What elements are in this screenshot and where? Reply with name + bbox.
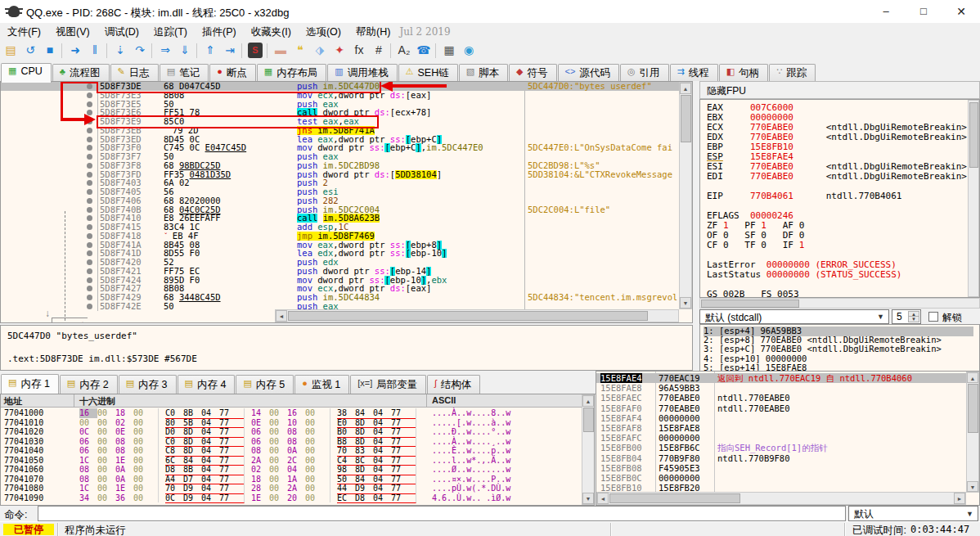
tab-SEH链[interactable]: ⚠SEH链 <box>398 64 458 83</box>
stack-hscrollbar[interactable]: ◄ ► <box>596 492 966 505</box>
stack-row[interactable]: 15E8FAEC770EABE0ntdll.770EABE0 <box>596 393 968 403</box>
breakpoint-dot[interactable] <box>87 224 92 230</box>
open-file-icon[interactable]: ▤ <box>2 42 20 60</box>
registers-vscrollbar[interactable] <box>968 100 979 297</box>
register-line[interactable]: EDI 770EABE0 <ntdll.DbgUiRemoteBreakin> <box>707 172 967 182</box>
breakpoint-dot[interactable] <box>87 83 92 89</box>
restart-icon[interactable]: ↺ <box>21 42 39 60</box>
breakpoint-dot[interactable] <box>87 259 92 265</box>
hex-dump-pane[interactable]: 地址 十六进制 ASCII 7704100016001800C08B047714… <box>0 394 595 506</box>
disasm-vscrollbar[interactable]: ▲ ▼ <box>679 82 692 309</box>
comment-icon[interactable]: ❝ <box>291 42 309 60</box>
tab-断点[interactable]: ●断点 <box>209 64 256 83</box>
menu-item-6[interactable]: 选项(O) <box>299 23 348 41</box>
run-icon[interactable]: ➜ <box>66 42 84 60</box>
registers-list[interactable]: EAX 007C6000EBX 00000000ECX 770EABE0 <nt… <box>699 99 980 298</box>
minimize-button[interactable]: – <box>867 0 905 23</box>
stack-row[interactable]: 15E8FB08F45905E3 <box>596 463 968 473</box>
menu-item-0[interactable]: 文件(F) <box>0 23 48 41</box>
pane-splitter[interactable] <box>693 81 699 372</box>
modules-icon[interactable]: ☎ <box>415 42 433 60</box>
tab-线程[interactable]: ⇉线程 <box>670 64 718 83</box>
tab-内存布局[interactable]: ▦内存布局 <box>257 64 326 83</box>
trace-record-icon[interactable]: S <box>248 43 263 58</box>
tab-符号[interactable]: ◆符号 <box>509 64 556 83</box>
breakpoint-dot[interactable] <box>87 250 92 256</box>
menu-item-5[interactable]: 收藏夹(I) <box>244 23 299 41</box>
tab-CPU[interactable]: ▦CPU <box>1 63 52 83</box>
run-to-user-code-icon[interactable]: ⇥ <box>221 42 239 60</box>
preferences-globe-icon[interactable]: ◉ <box>460 42 478 60</box>
menu-item-2[interactable]: 调试(D) <box>97 23 146 41</box>
patch-icon[interactable]: ▬ <box>272 42 290 60</box>
bookmark-icon[interactable]: ✦ <box>330 42 348 60</box>
breakpoint-dot[interactable] <box>87 304 92 309</box>
pause-icon[interactable]: ‖ <box>86 42 104 60</box>
menu-item-1[interactable]: 视图(V) <box>48 23 97 41</box>
tab-引用[interactable]: ◎引用 <box>620 64 669 83</box>
breakpoint-dot[interactable] <box>87 189 92 195</box>
hex-dump-row[interactable]: 7704104006000800C88D047708000A0070830477… <box>1 446 582 456</box>
stack-row[interactable]: 15E8FB0C00000000 <box>596 473 968 483</box>
stack-row[interactable]: 15E8FB04770B9F80ntdll.770B9F80 <box>596 453 968 463</box>
hex-dump-row[interactable]: 7704100016001800C08B04771400160038840477… <box>1 408 582 418</box>
breakpoint-dot[interactable] <box>87 242 92 248</box>
tab-调用堆栈[interactable]: ▥调用堆栈 <box>327 64 397 83</box>
calculator-icon[interactable]: ▦ <box>440 42 458 60</box>
menu-item-4[interactable]: 插件(P) <box>195 23 244 41</box>
close-button[interactable]: ✕ <box>942 0 980 23</box>
stack-row[interactable]: 15E8FAFC00000000 <box>596 433 968 443</box>
stack-pane[interactable]: 15E8FAE4770EAC19返回到 ntdll.770EAC19 自 ntd… <box>596 371 980 506</box>
tab-跟踪[interactable]: ∵跟踪 <box>769 64 816 83</box>
stack-row[interactable]: 15E8FB0015E8FB6C指向SEH_Record[1]的指针 <box>596 443 968 453</box>
step-down-icon[interactable]: ⇓ <box>176 42 194 60</box>
breakpoint-dot[interactable] <box>87 172 92 178</box>
hex-vscrollbar[interactable]: ▲ ▼ <box>582 394 595 505</box>
breakpoint-dot[interactable] <box>87 128 92 133</box>
tab-笔记[interactable]: ▤笔记 <box>160 64 209 83</box>
disassembly-pane[interactable]: › ↓ 5D8F73DE68 D047C45Dpush im.5DC447D05… <box>0 81 693 323</box>
breakpoint-dot[interactable] <box>87 180 92 186</box>
dump-tab-内存 1[interactable]: ▤内存 1 <box>1 374 59 396</box>
call-arguments-list[interactable]: 1: [esp+4] 96A59BB32: [esp+8] 770EABE0 <… <box>699 324 980 372</box>
command-input[interactable] <box>38 506 846 521</box>
stop-icon[interactable]: ■ <box>41 42 59 60</box>
hide-fpu-button[interactable]: 隐藏FPU <box>699 81 980 99</box>
step-over-icon[interactable]: ↷ <box>131 42 149 60</box>
hex-dump-row[interactable]: 770410801C001E0070D9047728002A0044D90477… <box>1 484 582 493</box>
run-to-cursor-icon[interactable]: ⇒ <box>156 42 174 60</box>
stack-row[interactable]: 15E8FAF400000000 <box>596 413 968 423</box>
breakpoint-dot[interactable] <box>87 277 92 283</box>
menu-item-7[interactable]: 帮助(H) <box>348 23 398 41</box>
register-line[interactable]: EIP 770B4061 ntdll.770B4061 <box>707 191 901 201</box>
breakpoint-dot[interactable] <box>87 198 92 204</box>
breakpoint-dot[interactable] <box>87 233 92 239</box>
hex-dump-row[interactable]: 7704101000000200805B04770E001000E08D0477… <box>1 418 582 428</box>
stack-row[interactable]: 15E8FAF0770EABE0ntdll.770EABE0 <box>596 403 968 413</box>
step-out-icon[interactable]: ⇑ <box>201 42 219 60</box>
breakpoint-dot[interactable] <box>87 92 92 98</box>
breakpoint-dot[interactable] <box>87 215 92 221</box>
command-history-select[interactable]: 默认▼ <box>848 506 978 521</box>
argument-count-spinner[interactable]: 5 ▲▼ <box>892 309 921 324</box>
tab-脚本[interactable]: ▧脚本 <box>459 64 508 83</box>
tab-句柄[interactable]: ◧句柄 <box>719 64 768 83</box>
hex-dump-row[interactable]: 77041090340036000CD904771E002000ECD80477… <box>1 493 582 503</box>
breakpoint-dot[interactable] <box>87 295 92 300</box>
step-into-icon[interactable]: ⇣ <box>111 42 129 60</box>
maximize-button[interactable]: □ <box>905 0 942 23</box>
breakpoint-dot[interactable] <box>87 101 92 107</box>
breakpoint-dot[interactable] <box>87 137 92 142</box>
stack-row[interactable]: 15E8FAF815E8FAE8 <box>596 423 968 433</box>
breakpoint-dot[interactable] <box>87 286 92 291</box>
registers-hscrollbar[interactable] <box>699 298 980 309</box>
calling-convention-select[interactable]: 默认 (stdcall)▼ <box>699 309 889 324</box>
hex-dump-row[interactable]: 770410501C001E006C8404772A002C00C48C0477… <box>1 456 582 466</box>
stack-row[interactable]: 15E8FAE896A59BB3 <box>596 383 968 393</box>
tab-流程图[interactable]: ♣流程图 <box>52 64 110 83</box>
tab-日志[interactable]: ✎日志 <box>110 64 159 83</box>
tab-源代码[interactable]: <>源代码 <box>558 64 619 83</box>
hex-dump-row[interactable]: 7704106008000A00D88B047702000400988D0477… <box>1 465 582 475</box>
breakpoint-dot[interactable] <box>87 163 92 169</box>
menu-item-3[interactable]: 追踪(T) <box>146 23 195 41</box>
